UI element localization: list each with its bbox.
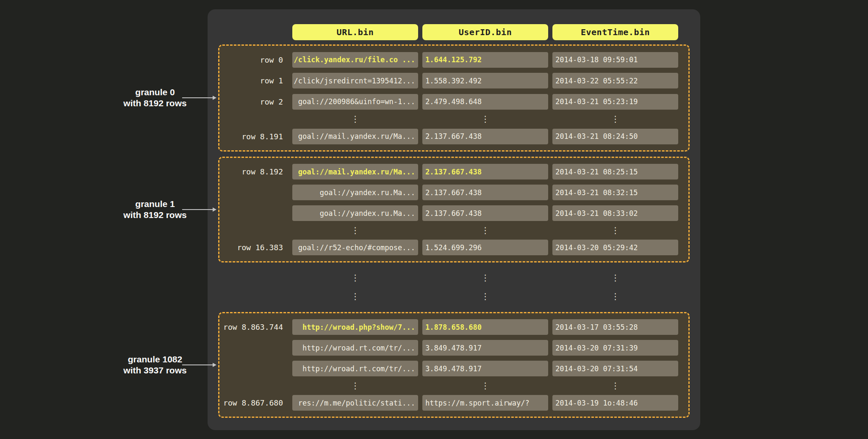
vertical-ellipsis: ⋮ [422,273,548,282]
url-cell: goal://200986&uinfo=wn-1... [292,94,418,110]
userid-cell: 1.558.392.492 [422,73,548,88]
url-cell: /click/jsredircnt=1395412... [292,73,418,88]
table-row: http://wroad.rt.com/tr/...3.849.478.9172… [220,361,688,376]
eventtime-cell: 2014-03-21 08:32:15 [552,185,678,200]
url-cell: http://wroad.php?show/7... [292,319,418,335]
url-cell: /click.yandex.ru/file.co ... [292,52,418,68]
column-header-url: URL.bin [292,24,418,40]
vertical-ellipsis: ⋮ [422,381,548,390]
row-label: row 8.863.744 [220,323,288,331]
userid-cell: 3.849.478.917 [422,340,548,356]
eventtime-cell: 2014-03-21 08:33:02 [552,205,678,221]
table-row: row 8.867.680res://m.me/politic/stati...… [220,395,688,411]
userid-cell: 2.137.667.438 [422,164,548,179]
vertical-ellipsis: ⋮ [292,226,418,235]
table-row: row 16.383goal://r52-echo/#compose...1.5… [220,240,688,255]
vertical-ellipsis: ⋮ [292,381,418,390]
vertical-ellipsis: ⋮ [292,292,418,301]
url-cell: http://wroad.rt.com/tr/... [292,340,418,356]
vertical-ellipsis: ⋮ [552,273,678,282]
eventtime-cell: 2014-03-21 05:23:19 [552,94,678,110]
vertical-ellipsis: ⋮ [552,381,678,390]
url-cell: goal://mail.yandex.ru/Ma... [292,129,418,144]
header-spacer [220,24,288,40]
eventtime-cell: 2014-03-19 1o:48:46 [552,395,678,411]
url-cell: goal://yandex.ru.Ma... [292,205,418,221]
diagram-panel: URL.bin UserID.bin EventTime.bin row 0/c… [208,9,700,430]
eventtime-cell: 2014-03-20 07:31:39 [552,340,678,356]
column-header-userid: UserID.bin [422,24,548,40]
column-header-eventtime: EventTime.bin [552,24,678,40]
table-row: row 2goal://200986&uinfo=wn-1...2.479.49… [220,94,688,110]
table-row: row 8.863.744http://wroad.php?show/7...1… [220,319,688,335]
eventtime-cell: 2014-03-20 07:31:54 [552,361,678,376]
row-label: row 0 [220,55,288,64]
row-label: row 8.191 [220,132,288,141]
table-row: goal://yandex.ru.Ma...2.137.667.4382014-… [220,205,688,221]
vertical-ellipsis: ⋮ [552,226,678,235]
row-label: row 8.192 [220,167,288,176]
url-cell: goal://yandex.ru.Ma... [292,185,418,200]
url-cell: goal://mail.yandex.ru/Ma... [292,164,418,179]
userid-cell: 1.524.699.296 [422,240,548,255]
table-row: row 8.191goal://mail.yandex.ru/Ma...2.13… [220,129,688,144]
between-granules-ellipsis-section: ⋮⋮⋮⋮⋮⋮ [220,263,678,311]
url-cell: res://m.me/politic/stati... [292,395,418,411]
eventtime-cell: 2014-03-20 05:29:42 [552,240,678,255]
userid-cell: 2.137.667.438 [422,205,548,221]
annotation-arrow-icon [182,364,213,365]
granule-1082-box: row 8.863.744http://wroad.php?show/7...1… [218,312,690,418]
vertical-ellipsis: ⋮ [422,226,548,235]
ellipsis-row: ⋮⋮⋮ [220,226,688,235]
vertical-ellipsis: ⋮ [552,115,678,123]
table-row: goal://yandex.ru.Ma...2.137.667.4382014-… [220,185,688,200]
vertical-ellipsis: ⋮ [422,115,548,123]
annotation-arrow-icon [182,209,213,210]
vertical-ellipsis: ⋮ [292,273,418,282]
row-label: row 2 [220,97,288,106]
userid-cell: 1.644.125.792 [422,52,548,68]
eventtime-cell: 2014-03-21 08:24:50 [552,129,678,144]
userid-cell: 3.849.478.917 [422,361,548,376]
vertical-ellipsis: ⋮ [292,115,418,123]
annotation-line: granule 1 [108,199,202,210]
granule-1-box: row 8.192goal://mail.yandex.ru/Ma...2.13… [218,157,690,262]
eventtime-cell: 2014-03-22 05:55:22 [552,73,678,88]
annotation-arrow-icon [182,97,213,98]
row-label: row 16.383 [220,243,288,252]
vertical-ellipsis: ⋮ [552,292,678,301]
ellipsis-row: ⋮⋮⋮ [220,115,688,123]
annotation-line: with 8192 rows [108,98,202,109]
annotation-line: with 3937 rows [108,365,202,376]
ellipsis-row: ⋮⋮⋮ [220,381,688,390]
column-header-row: URL.bin UserID.bin EventTime.bin [220,24,678,40]
ellipsis-row: ⋮⋮⋮ [220,273,678,282]
row-label: row 8.867.680 [220,398,288,407]
table-row: http://wroad.rt.com/tr/...3.849.478.9172… [220,340,688,356]
annotation-line: with 8192 rows [108,210,202,221]
vertical-ellipsis: ⋮ [422,292,548,301]
table-row: row 8.192goal://mail.yandex.ru/Ma...2.13… [220,164,688,179]
annotation-line: granule 0 [108,87,202,98]
url-cell: http://wroad.rt.com/tr/... [292,361,418,376]
userid-cell: https://m.sport.airway/? [422,395,548,411]
eventtime-cell: 2014-03-21 08:25:15 [552,164,678,179]
url-cell: goal://r52-echo/#compose... [292,240,418,255]
userid-cell: 2.137.667.438 [422,185,548,200]
ellipsis-row: ⋮⋮⋮ [220,292,678,301]
table-row: row 0/click.yandex.ru/file.co ...1.644.1… [220,52,688,68]
eventtime-cell: 2014-03-17 03:55:28 [552,319,678,335]
userid-cell: 1.878.658.680 [422,319,548,335]
annotation-line: granule 1082 [108,354,202,365]
userid-cell: 2.137.667.438 [422,129,548,144]
table-row: row 1/click/jsredircnt=1395412...1.558.3… [220,73,688,88]
userid-cell: 2.479.498.648 [422,94,548,110]
granule-0-box: row 0/click.yandex.ru/file.co ...1.644.1… [218,44,690,152]
eventtime-cell: 2014-03-18 09:59:01 [552,52,678,68]
row-label: row 1 [220,76,288,85]
